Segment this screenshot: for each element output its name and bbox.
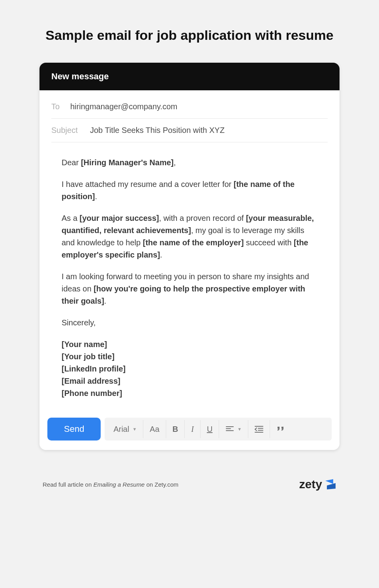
svg-marker-7 (325, 479, 333, 484)
compose-window: New message To hiringmanager@company.com… (39, 63, 340, 450)
subject-row: Subject Job Title Seeks This Position wi… (51, 119, 328, 142)
text: Dear (62, 158, 81, 167)
to-row: To hiringmanager@company.com (51, 95, 328, 119)
bold-button[interactable]: B (166, 420, 185, 438)
to-label: To (51, 102, 63, 111)
underline-button[interactable]: U (201, 420, 219, 438)
footer-text: Read full article on Emailing a Resume o… (43, 481, 178, 488)
placeholder-employer: [the name of the employer] (143, 238, 244, 247)
greeting-line: Dear [Hiring Manager's Name], (62, 157, 317, 169)
email-body[interactable]: Dear [Hiring Manager's Name], I have att… (39, 142, 340, 411)
signature-block: [Your name] [Your job title] [LinkedIn p… (62, 338, 317, 399)
text: Read full article on (43, 481, 93, 488)
compose-toolbar: Send Arial ▼ Aa B I U ▼ (39, 411, 340, 450)
font-size-button[interactable]: Aa (143, 420, 166, 438)
send-button[interactable]: Send (47, 418, 101, 441)
italic-button[interactable]: I (185, 420, 201, 438)
subject-label: Subject (51, 126, 83, 135)
text: I have attached my resume and a cover le… (62, 180, 234, 189)
footer-link[interactable]: Emailing a Resume (93, 481, 144, 488)
text: on Zety.com (144, 481, 178, 488)
chevron-down-icon: ▼ (237, 427, 242, 431)
align-left-icon (225, 426, 234, 433)
text: . (160, 250, 162, 259)
brand-name: zety (299, 478, 322, 491)
indent-decrease-icon (255, 426, 263, 433)
paragraph-attach: I have attached my resume and a cover le… (62, 178, 317, 203)
header-fields: To hiringmanager@company.com Subject Job… (39, 90, 340, 142)
window-header: New message (39, 63, 340, 90)
to-field[interactable]: hiringmanager@company.com (70, 102, 177, 111)
logo-mark-icon (325, 478, 336, 490)
sig-name: [Your name] (62, 340, 107, 349)
closing: Sincerely, (62, 317, 317, 329)
indent-button[interactable] (248, 420, 270, 438)
quote-button[interactable] (270, 420, 291, 438)
font-family-label: Arial (113, 425, 129, 434)
align-button[interactable]: ▼ (219, 420, 248, 438)
text: succeed with (244, 238, 294, 247)
chevron-down-icon: ▼ (132, 427, 137, 431)
quote-icon (276, 426, 285, 433)
placeholder-hiring-manager: [Hiring Manager's Name] (81, 158, 174, 167)
page-title: Sample email for job application with re… (0, 28, 379, 43)
formatting-group: Arial ▼ Aa B I U ▼ (105, 418, 332, 441)
text: . (95, 192, 97, 201)
text: , (174, 158, 176, 167)
sig-linkedin: [LinkedIn profile] (62, 364, 126, 373)
sig-title: [Your job title] (62, 352, 114, 361)
text: , with a proven record of (159, 214, 246, 222)
subject-field[interactable]: Job Title Seeks This Position with XYZ (90, 126, 225, 135)
svg-marker-8 (327, 483, 336, 489)
footer: Read full article on Emailing a Resume o… (39, 478, 340, 491)
placeholder-goals: [how you're going to help the prospectiv… (62, 284, 305, 305)
placeholder-success: [your major success] (80, 214, 159, 222)
paragraph-achievements: As a [your major success], with a proven… (62, 212, 317, 261)
paragraph-forward: I am looking forward to meeting you in p… (62, 271, 317, 307)
text: . (104, 297, 107, 305)
font-family-select[interactable]: Arial ▼ (107, 420, 143, 438)
sig-phone: [Phone number] (62, 389, 122, 398)
text: As a (62, 214, 80, 222)
zety-logo: zety (299, 478, 336, 491)
sig-email: [Email address] (62, 377, 120, 385)
